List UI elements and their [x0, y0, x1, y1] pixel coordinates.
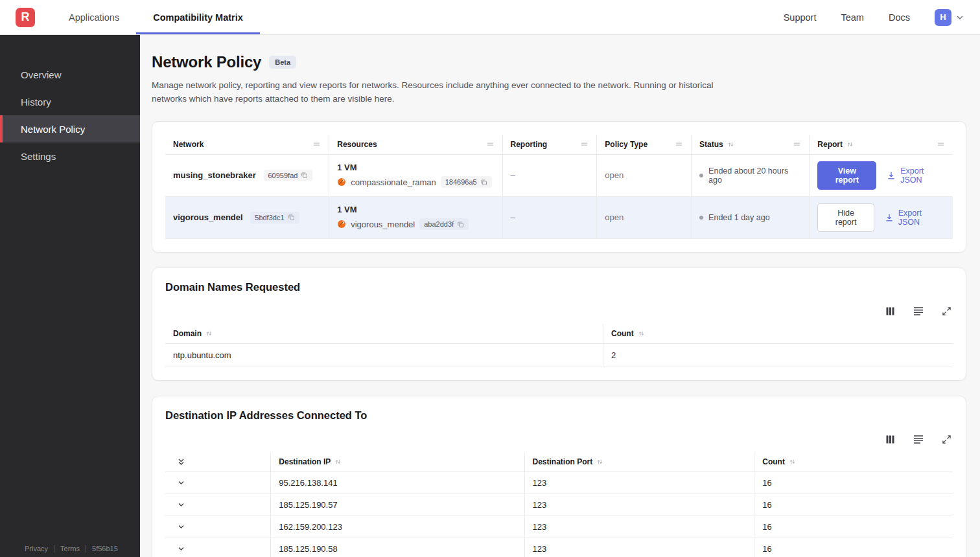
- row-expand-icon[interactable]: [173, 523, 262, 531]
- sort-icon[interactable]: [638, 330, 645, 337]
- copy-icon[interactable]: [301, 172, 308, 179]
- copy-icon[interactable]: [288, 214, 295, 221]
- navbar-right: Support Team Docs H: [784, 0, 964, 34]
- status-dot-icon: [699, 216, 703, 220]
- domain-value: ntp.ubuntu.com: [165, 343, 603, 367]
- resource-name: compassionate_raman: [351, 177, 436, 187]
- app-logo[interactable]: R: [16, 8, 35, 27]
- nav-compatibility-matrix[interactable]: Compatibility Matrix: [136, 0, 260, 34]
- destinations-table: Destination IP Destination Port Count: [165, 452, 953, 557]
- column-handle-icon[interactable]: [486, 141, 495, 148]
- status-dot-icon: [699, 174, 703, 177]
- avatar[interactable]: H: [935, 9, 951, 26]
- col-header-domain[interactable]: Domain: [165, 324, 603, 344]
- sidebar-item-history[interactable]: History: [0, 88, 140, 115]
- col-header-report[interactable]: Report: [810, 135, 953, 155]
- status-text: Ended about 20 hours ago: [708, 166, 801, 185]
- sort-icon[interactable]: [727, 141, 734, 148]
- col-label: Destination Port: [533, 457, 593, 466]
- row-density-icon[interactable]: [913, 306, 924, 315]
- nav-applications[interactable]: Applications: [52, 0, 136, 34]
- nav-team[interactable]: Team: [841, 12, 863, 23]
- hide-report-button[interactable]: Hide report: [817, 203, 874, 232]
- export-json-link[interactable]: Export JSON: [887, 166, 945, 185]
- destination-count: 16: [754, 516, 953, 538]
- col-header-policy-type[interactable]: Policy Type: [597, 135, 692, 155]
- hash-value: 5bdf3dc1: [255, 214, 284, 222]
- destination-row: 185.125.190.58 123 16: [165, 538, 953, 557]
- column-handle-icon[interactable]: [580, 141, 589, 148]
- table-toolbar: [165, 435, 951, 444]
- page-description: Manage network policy, reporting and vie…: [152, 79, 722, 106]
- destination-port: 123: [524, 516, 754, 538]
- terms-link[interactable]: Terms: [54, 545, 80, 552]
- table-toolbar: [165, 306, 951, 316]
- expand-all-icon[interactable]: [173, 457, 262, 466]
- col-label: Status: [699, 140, 723, 149]
- beta-badge: Beta: [269, 56, 296, 69]
- sort-icon[interactable]: [789, 458, 796, 466]
- hash-value: 60959fad: [268, 172, 298, 179]
- view-report-button[interactable]: View report: [817, 161, 876, 190]
- networks-table: Network Resources Reporting P: [165, 135, 953, 239]
- row-expand-icon[interactable]: [173, 545, 262, 553]
- sort-icon[interactable]: [334, 458, 342, 466]
- column-handle-icon[interactable]: [675, 141, 683, 148]
- row-expand-icon[interactable]: [173, 479, 262, 487]
- export-label: Export JSON: [900, 166, 945, 185]
- network-row-selected: vigorous_mendel 5bdf3dc1 1 VM vigorous_m…: [165, 196, 953, 238]
- destination-row: 185.125.190.57 123 16: [165, 494, 953, 516]
- col-header-destination-ip[interactable]: Destination IP: [271, 452, 524, 472]
- col-header-network[interactable]: Network: [165, 135, 329, 155]
- copy-icon[interactable]: [480, 179, 487, 186]
- privacy-link[interactable]: Privacy: [25, 545, 48, 552]
- row-expand-icon[interactable]: [173, 501, 262, 509]
- network-row: musing_stonebraker 60959fad 1 VM compass…: [165, 154, 953, 196]
- columns-icon[interactable]: [885, 435, 895, 444]
- download-icon: [887, 171, 896, 180]
- main-content: Network Policy Beta Manage network polic…: [140, 35, 980, 557]
- destination-row: 95.216.138.141 123 16: [165, 472, 953, 494]
- col-header-status[interactable]: Status: [692, 135, 810, 155]
- destination-count: 16: [754, 538, 953, 557]
- sort-icon[interactable]: [205, 330, 213, 337]
- sidebar-item-settings[interactable]: Settings: [0, 142, 140, 170]
- col-header-destination-port[interactable]: Destination Port: [524, 452, 754, 472]
- col-header-count[interactable]: Count: [754, 452, 953, 472]
- sidebar-item-network-policy[interactable]: Network Policy: [0, 115, 140, 142]
- col-header-resources[interactable]: Resources: [329, 135, 502, 155]
- sort-icon[interactable]: [596, 458, 603, 466]
- chevron-down-icon[interactable]: [955, 13, 964, 22]
- row-density-icon[interactable]: [913, 435, 924, 444]
- destination-ip: 162.159.200.123: [271, 516, 524, 538]
- export-json-link[interactable]: Export JSON: [885, 209, 945, 227]
- col-label: Count: [611, 329, 634, 338]
- columns-icon[interactable]: [885, 306, 895, 316]
- resource-name: vigorous_mendel: [351, 220, 415, 229]
- fullscreen-icon[interactable]: [942, 306, 951, 316]
- destinations-card-title: Destination IP Addresses Connected To: [165, 409, 953, 422]
- destination-row: 162.159.200.123 123 16: [165, 516, 953, 538]
- nav-docs[interactable]: Docs: [889, 12, 910, 23]
- destination-port: 123: [524, 472, 754, 494]
- resource-hash-badge: 184696a5: [441, 176, 492, 188]
- domains-card: Domain Names Requested Domain Count: [152, 267, 966, 381]
- column-handle-icon[interactable]: [312, 141, 321, 148]
- col-header-count[interactable]: Count: [603, 324, 953, 344]
- col-label: Count: [762, 457, 785, 466]
- col-header-expand-all[interactable]: [165, 452, 271, 472]
- column-handle-icon[interactable]: [937, 141, 945, 148]
- fullscreen-icon[interactable]: [942, 435, 951, 444]
- network-name: musing_stonebraker: [173, 170, 256, 180]
- col-header-reporting[interactable]: Reporting: [502, 135, 597, 155]
- sidebar-footer: Privacy Terms 5f56b15: [25, 545, 118, 552]
- sidebar-item-overview[interactable]: Overview: [0, 61, 140, 88]
- nav-support[interactable]: Support: [784, 12, 817, 23]
- col-label: Report: [817, 140, 843, 149]
- user-menu[interactable]: H: [935, 9, 964, 26]
- copy-icon[interactable]: [457, 221, 464, 228]
- sort-icon[interactable]: [846, 141, 854, 148]
- status-cell: Ended about 20 hours ago: [699, 166, 801, 185]
- column-handle-icon[interactable]: [793, 141, 801, 148]
- domains-card-title: Domain Names Requested: [165, 281, 953, 293]
